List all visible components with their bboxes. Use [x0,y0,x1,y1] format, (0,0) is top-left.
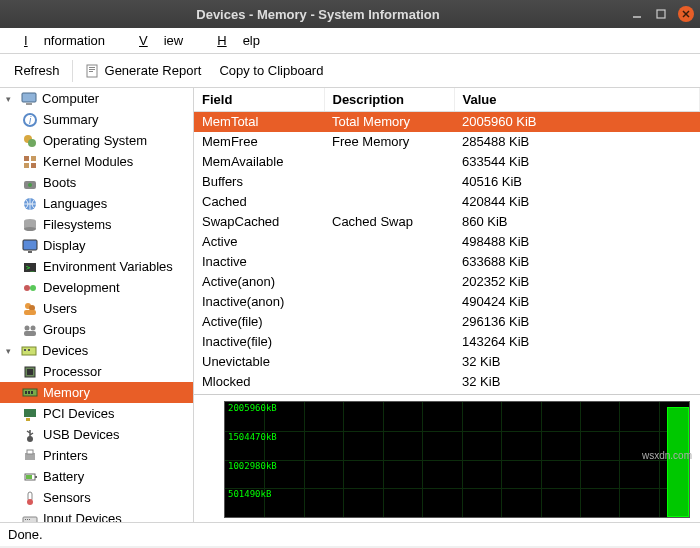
sidebar-item-boots[interactable]: Boots [0,172,193,193]
svg-rect-40 [27,369,33,375]
table-row[interactable]: MemAvailable633544 KiB [194,152,700,172]
sidebar-item-sensors[interactable]: Sensors [0,487,193,508]
cell-value: 490424 KiB [454,292,700,312]
svg-rect-15 [31,156,36,161]
sensors-icon [22,490,38,506]
svg-rect-56 [25,519,26,520]
cell-value: 32 KiB [454,352,700,372]
header-field[interactable]: Field [194,88,324,112]
cell-description [324,372,454,392]
minimize-icon [632,9,642,19]
sidebar-item-kernel-modules[interactable]: Kernel Modules [0,151,193,172]
summary-icon: i [22,112,38,128]
sidebar-item-input-devices[interactable]: Input Devices [0,508,193,522]
graph-canvas: 2005960kB1504470kB1002980kB501490kB [224,401,690,518]
generate-report-button[interactable]: Generate Report [79,60,208,82]
cell-description [324,352,454,372]
sidebar-item-printers[interactable]: Printers [0,445,193,466]
table-row[interactable]: Cached420844 KiB [194,192,700,212]
svg-point-33 [25,325,30,330]
table-row[interactable]: Inactive(anon)490424 KiB [194,292,700,312]
table-row[interactable]: Active498488 KiB [194,232,700,252]
cell-value: 40516 KiB [454,172,700,192]
svg-rect-9 [26,103,32,105]
table-row[interactable]: Unevictable32 KiB [194,352,700,372]
sidebar-item-memory[interactable]: Memory [0,382,193,403]
minimize-button[interactable] [630,7,644,21]
cell-description [324,152,454,172]
table-row[interactable]: Active(file)296136 KiB [194,312,700,332]
sidebar-item-languages[interactable]: Languages [0,193,193,214]
copy-clipboard-button[interactable]: Copy to Clipboard [213,60,329,81]
tree-section-computer[interactable]: ▾Computer [0,88,193,109]
sidebar-item-label: Operating System [43,133,147,148]
sidebar-item-groups[interactable]: Groups [0,319,193,340]
sidebar-item-battery[interactable]: Battery [0,466,193,487]
table-row[interactable]: MemFreeFree Memory285488 KiB [194,132,700,152]
maximize-button[interactable] [654,7,668,21]
cell-value: 202352 KiB [454,272,700,292]
svg-rect-51 [35,476,37,478]
kernel-icon [22,154,38,170]
sidebar-item-development[interactable]: Development [0,277,193,298]
close-button[interactable] [678,6,694,22]
sidebar-item-users[interactable]: Users [0,298,193,319]
table-row[interactable]: Mlocked32 KiB [194,372,700,392]
users-icon [22,301,38,317]
main-panel: Field Description Value MemTotalTotal Me… [194,88,700,522]
sidebar-item-label: Languages [43,196,107,211]
sidebar-item-display[interactable]: Display [0,235,193,256]
copy-clipboard-label: Copy to Clipboard [219,63,323,78]
sidebar-item-usb-devices[interactable]: USB Devices [0,424,193,445]
header-description[interactable]: Description [324,88,454,112]
cell-field: Inactive [194,252,324,272]
svg-rect-43 [28,391,30,394]
memory-table-wrap[interactable]: Field Description Value MemTotalTotal Me… [194,88,700,394]
cell-field: SwapCached [194,212,324,232]
svg-rect-57 [27,519,28,520]
cell-value: 2005960 KiB [454,112,700,132]
header-value[interactable]: Value [454,88,700,112]
table-row[interactable]: Inactive(file)143264 KiB [194,332,700,352]
table-row[interactable]: MemTotalTotal Memory2005960 KiB [194,112,700,132]
svg-rect-49 [27,450,33,454]
os-icon [22,133,38,149]
menu-view[interactable]: View [123,30,199,51]
boots-icon [22,175,38,191]
table-row[interactable]: Buffers40516 KiB [194,172,700,192]
sidebar-item-pci-devices[interactable]: PCI Devices [0,403,193,424]
sidebar-item-label: Sensors [43,490,91,505]
devices-icon [21,343,37,359]
sidebar[interactable]: ▾ComputeriSummaryOperating SystemKernel … [0,88,194,522]
cell-field: Active(file) [194,312,324,332]
sidebar-item-label: Boots [43,175,76,190]
tree-section-label: Computer [42,91,99,106]
sidebar-item-label: Display [43,238,86,253]
svg-rect-42 [25,391,27,394]
table-row[interactable]: Inactive633688 KiB [194,252,700,272]
sidebar-item-filesystems[interactable]: Filesystems [0,214,193,235]
menubar: Information View Help [0,28,700,54]
svg-point-28 [24,285,30,291]
svg-rect-32 [24,310,36,315]
graph-gridline [225,460,689,461]
svg-rect-58 [29,519,30,520]
cell-field: Active(anon) [194,272,324,292]
sidebar-item-processor[interactable]: Processor [0,361,193,382]
menu-information[interactable]: Information [8,30,121,51]
table-row[interactable]: SwapCachedCached Swap860 KiB [194,212,700,232]
sidebar-item-summary[interactable]: iSummary [0,109,193,130]
chevron-down-icon: ▾ [6,94,16,104]
cell-field: MemAvailable [194,152,324,172]
generate-report-label: Generate Report [105,63,202,78]
sidebar-item-operating-system[interactable]: Operating System [0,130,193,151]
refresh-button[interactable]: Refresh [8,60,66,81]
table-row[interactable]: Active(anon)202352 KiB [194,272,700,292]
sidebar-item-environment-variables[interactable]: >_Environment Variables [0,256,193,277]
display-icon [22,238,38,254]
cell-description [324,252,454,272]
tree-section-devices[interactable]: ▾Devices [0,340,193,361]
menu-help[interactable]: Help [201,30,276,51]
content: ▾ComputeriSummaryOperating SystemKernel … [0,88,700,522]
window-title: Devices - Memory - System Information [6,7,630,22]
